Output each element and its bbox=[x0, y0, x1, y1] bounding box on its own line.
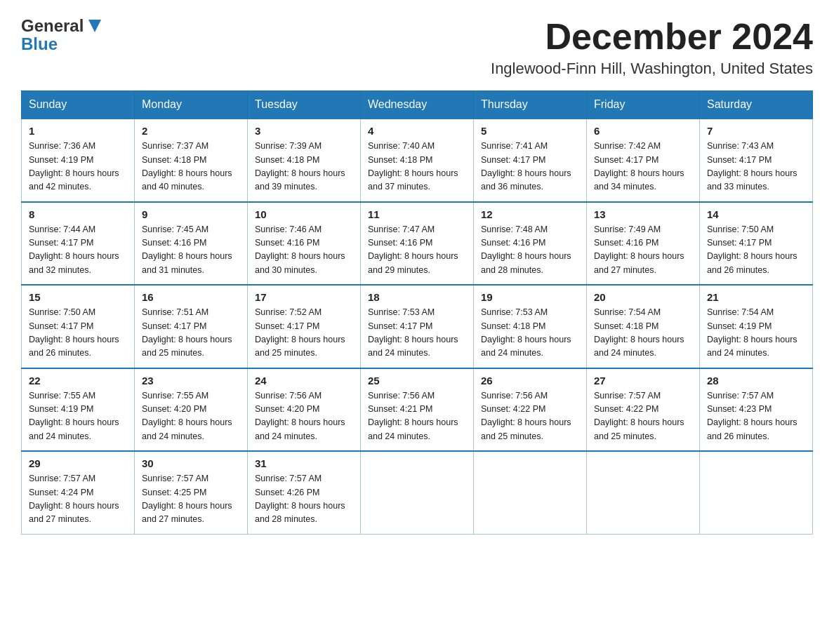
day-info: Sunrise: 7:50 AMSunset: 4:17 PMDaylight:… bbox=[29, 306, 127, 361]
day-number: 5 bbox=[481, 125, 579, 137]
day-number: 28 bbox=[707, 375, 805, 387]
day-info: Sunrise: 7:39 AMSunset: 4:18 PMDaylight:… bbox=[255, 140, 353, 194]
calendar-cell: 19Sunrise: 7:53 AMSunset: 4:18 PMDayligh… bbox=[474, 285, 587, 368]
calendar-cell: 22Sunrise: 7:55 AMSunset: 4:19 PMDayligh… bbox=[22, 368, 135, 452]
day-info: Sunrise: 7:41 AMSunset: 4:17 PMDaylight:… bbox=[481, 140, 579, 194]
weekday-header-saturday: Saturday bbox=[700, 91, 813, 119]
calendar-cell bbox=[361, 451, 474, 534]
day-info: Sunrise: 7:48 AMSunset: 4:16 PMDaylight:… bbox=[481, 223, 579, 278]
month-title: December 2024 bbox=[491, 17, 813, 57]
calendar-cell: 13Sunrise: 7:49 AMSunset: 4:16 PMDayligh… bbox=[587, 202, 700, 286]
day-info: Sunrise: 7:55 AMSunset: 4:19 PMDaylight:… bbox=[29, 389, 127, 444]
day-info: Sunrise: 7:52 AMSunset: 4:17 PMDaylight:… bbox=[255, 306, 353, 361]
calendar-cell: 17Sunrise: 7:52 AMSunset: 4:17 PMDayligh… bbox=[248, 285, 361, 368]
day-info: Sunrise: 7:37 AMSunset: 4:18 PMDaylight:… bbox=[142, 140, 240, 194]
calendar-cell: 10Sunrise: 7:46 AMSunset: 4:16 PMDayligh… bbox=[248, 202, 361, 286]
day-number: 23 bbox=[142, 375, 240, 387]
calendar-cell: 26Sunrise: 7:56 AMSunset: 4:22 PMDayligh… bbox=[474, 368, 587, 452]
calendar-cell: 31Sunrise: 7:57 AMSunset: 4:26 PMDayligh… bbox=[248, 451, 361, 534]
day-number: 8 bbox=[29, 208, 127, 220]
day-info: Sunrise: 7:46 AMSunset: 4:16 PMDaylight:… bbox=[255, 223, 353, 278]
day-info: Sunrise: 7:51 AMSunset: 4:17 PMDaylight:… bbox=[142, 306, 240, 361]
calendar-week-row: 15Sunrise: 7:50 AMSunset: 4:17 PMDayligh… bbox=[22, 285, 813, 368]
calendar-cell: 29Sunrise: 7:57 AMSunset: 4:24 PMDayligh… bbox=[22, 451, 135, 534]
calendar-cell: 24Sunrise: 7:56 AMSunset: 4:20 PMDayligh… bbox=[248, 368, 361, 452]
calendar-cell: 7Sunrise: 7:43 AMSunset: 4:17 PMDaylight… bbox=[700, 119, 813, 202]
day-info: Sunrise: 7:43 AMSunset: 4:17 PMDaylight:… bbox=[707, 140, 805, 194]
calendar-cell bbox=[474, 451, 587, 534]
day-number: 27 bbox=[594, 375, 692, 387]
logo-blue-text: Blue bbox=[21, 34, 58, 53]
logo-general-text: General bbox=[21, 17, 84, 35]
day-number: 3 bbox=[255, 125, 353, 137]
calendar-cell: 11Sunrise: 7:47 AMSunset: 4:16 PMDayligh… bbox=[361, 202, 474, 286]
logo-blue-row: Blue bbox=[21, 35, 58, 53]
calendar-week-row: 8Sunrise: 7:44 AMSunset: 4:17 PMDaylight… bbox=[22, 202, 813, 286]
day-info: Sunrise: 7:36 AMSunset: 4:19 PMDaylight:… bbox=[29, 140, 127, 194]
calendar-cell bbox=[587, 451, 700, 534]
calendar-cell: 30Sunrise: 7:57 AMSunset: 4:25 PMDayligh… bbox=[135, 451, 248, 534]
svg-marker-0 bbox=[88, 20, 101, 32]
day-info: Sunrise: 7:55 AMSunset: 4:20 PMDaylight:… bbox=[142, 389, 240, 444]
day-info: Sunrise: 7:57 AMSunset: 4:22 PMDaylight:… bbox=[594, 389, 692, 444]
calendar-cell: 8Sunrise: 7:44 AMSunset: 4:17 PMDaylight… bbox=[22, 202, 135, 286]
location-title: Inglewood-Finn Hill, Washington, United … bbox=[491, 60, 813, 78]
logo-row: General bbox=[21, 17, 104, 35]
day-number: 1 bbox=[29, 125, 127, 137]
day-info: Sunrise: 7:42 AMSunset: 4:17 PMDaylight:… bbox=[594, 140, 692, 194]
weekday-header-tuesday: Tuesday bbox=[248, 91, 361, 119]
day-number: 25 bbox=[368, 375, 466, 387]
calendar-cell: 23Sunrise: 7:55 AMSunset: 4:20 PMDayligh… bbox=[135, 368, 248, 452]
calendar-cell: 28Sunrise: 7:57 AMSunset: 4:23 PMDayligh… bbox=[700, 368, 813, 452]
day-number: 13 bbox=[594, 208, 692, 220]
logo-triangle-icon bbox=[86, 17, 104, 36]
day-number: 18 bbox=[368, 291, 466, 303]
day-number: 31 bbox=[255, 457, 353, 469]
day-info: Sunrise: 7:49 AMSunset: 4:16 PMDaylight:… bbox=[594, 223, 692, 278]
day-number: 22 bbox=[29, 375, 127, 387]
calendar-cell: 12Sunrise: 7:48 AMSunset: 4:16 PMDayligh… bbox=[474, 202, 587, 286]
calendar-week-row: 1Sunrise: 7:36 AMSunset: 4:19 PMDaylight… bbox=[22, 119, 813, 202]
day-info: Sunrise: 7:53 AMSunset: 4:17 PMDaylight:… bbox=[368, 306, 466, 361]
day-number: 30 bbox=[142, 457, 240, 469]
calendar-cell: 1Sunrise: 7:36 AMSunset: 4:19 PMDaylight… bbox=[22, 119, 135, 202]
calendar-week-row: 29Sunrise: 7:57 AMSunset: 4:24 PMDayligh… bbox=[22, 451, 813, 534]
day-info: Sunrise: 7:56 AMSunset: 4:21 PMDaylight:… bbox=[368, 389, 466, 444]
calendar-cell: 20Sunrise: 7:54 AMSunset: 4:18 PMDayligh… bbox=[587, 285, 700, 368]
day-info: Sunrise: 7:45 AMSunset: 4:16 PMDaylight:… bbox=[142, 223, 240, 278]
calendar-cell: 15Sunrise: 7:50 AMSunset: 4:17 PMDayligh… bbox=[22, 285, 135, 368]
day-number: 6 bbox=[594, 125, 692, 137]
calendar-week-row: 22Sunrise: 7:55 AMSunset: 4:19 PMDayligh… bbox=[22, 368, 813, 452]
day-number: 24 bbox=[255, 375, 353, 387]
day-info: Sunrise: 7:50 AMSunset: 4:17 PMDaylight:… bbox=[707, 223, 805, 278]
day-number: 2 bbox=[142, 125, 240, 137]
day-info: Sunrise: 7:57 AMSunset: 4:26 PMDaylight:… bbox=[255, 472, 353, 527]
day-number: 29 bbox=[29, 457, 127, 469]
calendar-cell: 16Sunrise: 7:51 AMSunset: 4:17 PMDayligh… bbox=[135, 285, 248, 368]
title-area: December 2024 Inglewood-Finn Hill, Washi… bbox=[491, 17, 813, 78]
day-number: 11 bbox=[368, 208, 466, 220]
day-number: 4 bbox=[368, 125, 466, 137]
day-number: 15 bbox=[29, 291, 127, 303]
day-info: Sunrise: 7:40 AMSunset: 4:18 PMDaylight:… bbox=[368, 140, 466, 194]
day-info: Sunrise: 7:47 AMSunset: 4:16 PMDaylight:… bbox=[368, 223, 466, 278]
calendar-table: SundayMondayTuesdayWednesdayThursdayFrid… bbox=[21, 90, 813, 535]
day-info: Sunrise: 7:57 AMSunset: 4:23 PMDaylight:… bbox=[707, 389, 805, 444]
weekday-header-thursday: Thursday bbox=[474, 91, 587, 119]
logo: General Blue bbox=[21, 17, 104, 54]
day-number: 21 bbox=[707, 291, 805, 303]
day-info: Sunrise: 7:56 AMSunset: 4:22 PMDaylight:… bbox=[481, 389, 579, 444]
day-info: Sunrise: 7:54 AMSunset: 4:19 PMDaylight:… bbox=[707, 306, 805, 361]
day-number: 16 bbox=[142, 291, 240, 303]
day-number: 7 bbox=[707, 125, 805, 137]
weekday-header-sunday: Sunday bbox=[22, 91, 135, 119]
calendar-cell: 9Sunrise: 7:45 AMSunset: 4:16 PMDaylight… bbox=[135, 202, 248, 286]
calendar-cell: 21Sunrise: 7:54 AMSunset: 4:19 PMDayligh… bbox=[700, 285, 813, 368]
day-number: 9 bbox=[142, 208, 240, 220]
day-number: 19 bbox=[481, 291, 579, 303]
day-info: Sunrise: 7:57 AMSunset: 4:25 PMDaylight:… bbox=[142, 472, 240, 527]
day-info: Sunrise: 7:56 AMSunset: 4:20 PMDaylight:… bbox=[255, 389, 353, 444]
calendar-cell: 2Sunrise: 7:37 AMSunset: 4:18 PMDaylight… bbox=[135, 119, 248, 202]
day-number: 26 bbox=[481, 375, 579, 387]
calendar-cell: 14Sunrise: 7:50 AMSunset: 4:17 PMDayligh… bbox=[700, 202, 813, 286]
